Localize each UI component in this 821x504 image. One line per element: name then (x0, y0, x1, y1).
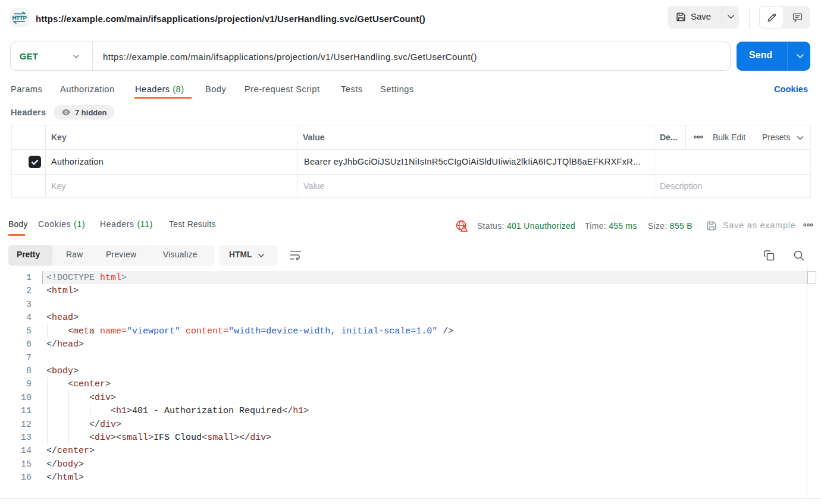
svg-text:HTTP: HTTP (12, 14, 27, 21)
